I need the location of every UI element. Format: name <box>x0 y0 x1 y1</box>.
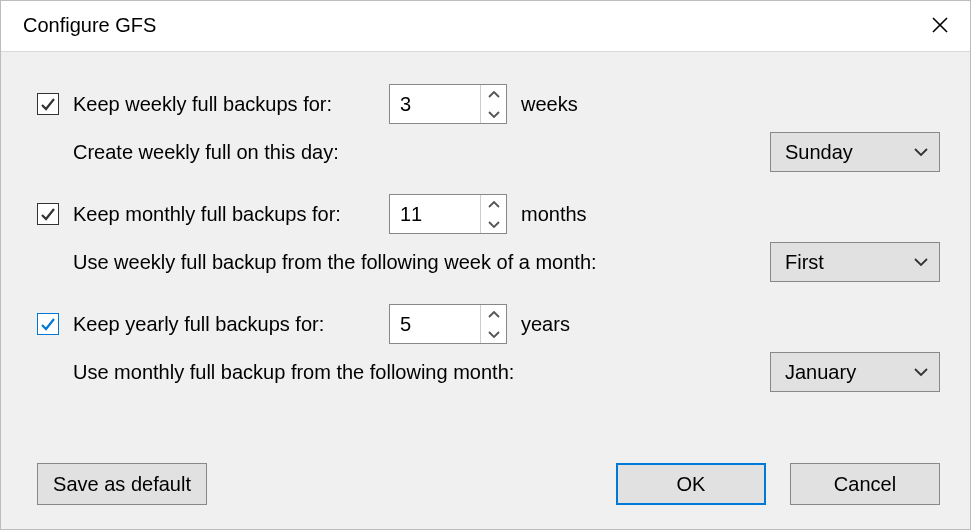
ok-button[interactable]: OK <box>616 463 766 505</box>
weekly-value-input[interactable] <box>390 85 480 123</box>
weekly-spinner-buttons <box>480 85 506 123</box>
chevron-down-icon <box>488 220 500 228</box>
dialog-title: Configure GFS <box>23 14 156 37</box>
weekly-subrow: Create weekly full on this day: Sunday <box>37 128 940 176</box>
yearly-spinner-buttons <box>480 305 506 343</box>
monthly-spinner-up[interactable] <box>481 195 506 214</box>
weekly-day-value: Sunday <box>785 141 853 164</box>
weekly-sublabel: Create weekly full on this day: <box>73 141 339 164</box>
monthly-spinner-buttons <box>480 195 506 233</box>
close-icon <box>931 16 949 34</box>
yearly-sublabel: Use monthly full backup from the followi… <box>73 361 514 384</box>
chevron-up-icon <box>488 311 500 319</box>
monthly-week-value: First <box>785 251 824 274</box>
monthly-unit: months <box>521 203 587 226</box>
yearly-spinner <box>389 304 507 344</box>
monthly-checkbox[interactable] <box>37 203 59 225</box>
close-button[interactable] <box>926 11 954 39</box>
chevron-down-icon <box>913 367 929 377</box>
check-icon <box>40 316 56 332</box>
weekly-spinner-up[interactable] <box>481 85 506 104</box>
button-row: Save as default OK Cancel <box>37 445 940 505</box>
weekly-checkbox[interactable] <box>37 93 59 115</box>
chevron-up-icon <box>488 201 500 209</box>
configure-gfs-dialog: Configure GFS Keep weekly full backups f… <box>0 0 971 530</box>
weekly-spinner-down[interactable] <box>481 104 506 123</box>
yearly-month-value: January <box>785 361 856 384</box>
save-as-default-button[interactable]: Save as default <box>37 463 207 505</box>
yearly-spinner-down[interactable] <box>481 324 506 343</box>
weekly-row: Keep weekly full backups for: weeks <box>37 80 940 128</box>
chevron-up-icon <box>488 91 500 99</box>
dialog-content: Keep weekly full backups for: weeks Crea… <box>1 52 970 529</box>
monthly-spinner-down[interactable] <box>481 214 506 233</box>
cancel-button[interactable]: Cancel <box>790 463 940 505</box>
titlebar: Configure GFS <box>1 1 970 52</box>
yearly-spinner-up[interactable] <box>481 305 506 324</box>
yearly-month-dropdown[interactable]: January <box>770 352 940 392</box>
yearly-row: Keep yearly full backups for: years <box>37 300 940 348</box>
monthly-subrow: Use weekly full backup from the followin… <box>37 238 940 286</box>
yearly-group: Keep yearly full backups for: years Use … <box>37 300 940 400</box>
chevron-down-icon <box>488 330 500 338</box>
yearly-subrow: Use monthly full backup from the followi… <box>37 348 940 396</box>
weekly-group: Keep weekly full backups for: weeks Crea… <box>37 80 940 180</box>
yearly-unit: years <box>521 313 570 336</box>
chevron-down-icon <box>913 147 929 157</box>
check-icon <box>40 206 56 222</box>
monthly-value-input[interactable] <box>390 195 480 233</box>
yearly-value-input[interactable] <box>390 305 480 343</box>
chevron-down-icon <box>488 110 500 118</box>
weekly-label: Keep weekly full backups for: <box>73 93 383 116</box>
yearly-label: Keep yearly full backups for: <box>73 313 383 336</box>
weekly-unit: weeks <box>521 93 578 116</box>
monthly-spinner <box>389 194 507 234</box>
weekly-spinner <box>389 84 507 124</box>
monthly-label: Keep monthly full backups for: <box>73 203 383 226</box>
monthly-group: Keep monthly full backups for: months Us… <box>37 190 940 290</box>
monthly-sublabel: Use weekly full backup from the followin… <box>73 251 597 274</box>
yearly-checkbox[interactable] <box>37 313 59 335</box>
monthly-row: Keep monthly full backups for: months <box>37 190 940 238</box>
chevron-down-icon <box>913 257 929 267</box>
check-icon <box>40 96 56 112</box>
monthly-week-dropdown[interactable]: First <box>770 242 940 282</box>
weekly-day-dropdown[interactable]: Sunday <box>770 132 940 172</box>
